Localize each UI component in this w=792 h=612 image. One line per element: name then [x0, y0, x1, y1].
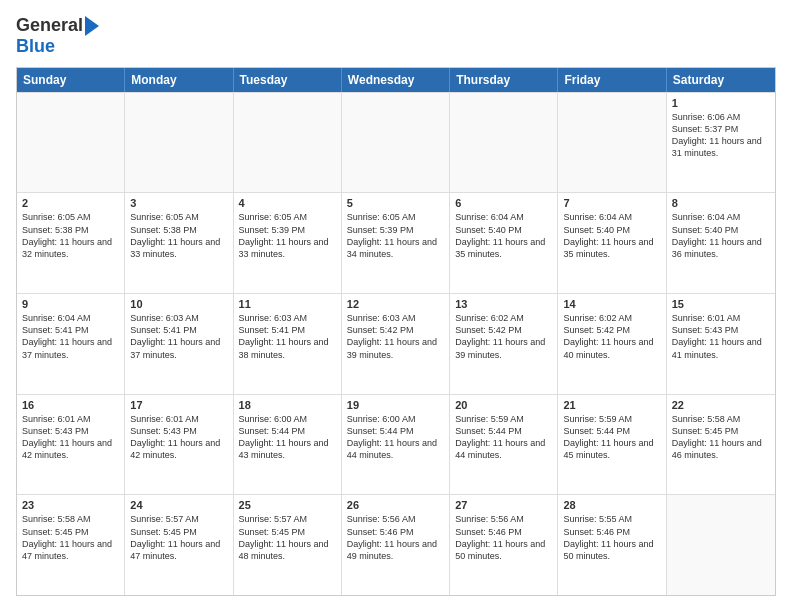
- day-number: 5: [347, 197, 444, 209]
- calendar-day-1: 1Sunrise: 6:06 AM Sunset: 5:37 PM Daylig…: [667, 93, 775, 193]
- logo-arrow-icon: [85, 16, 99, 36]
- day-number: 28: [563, 499, 660, 511]
- calendar-day-17: 17Sunrise: 6:01 AM Sunset: 5:43 PM Dayli…: [125, 395, 233, 495]
- header-day-sunday: Sunday: [17, 68, 125, 92]
- day-info: Sunrise: 5:58 AM Sunset: 5:45 PM Dayligh…: [672, 413, 770, 462]
- day-info: Sunrise: 6:02 AM Sunset: 5:42 PM Dayligh…: [563, 312, 660, 361]
- day-number: 4: [239, 197, 336, 209]
- day-number: 26: [347, 499, 444, 511]
- calendar-day-4: 4Sunrise: 6:05 AM Sunset: 5:39 PM Daylig…: [234, 193, 342, 293]
- header-day-wednesday: Wednesday: [342, 68, 450, 92]
- calendar-day-19: 19Sunrise: 6:00 AM Sunset: 5:44 PM Dayli…: [342, 395, 450, 495]
- page-header: General Blue: [16, 16, 776, 57]
- day-info: Sunrise: 5:57 AM Sunset: 5:45 PM Dayligh…: [239, 513, 336, 562]
- calendar-day-3: 3Sunrise: 6:05 AM Sunset: 5:38 PM Daylig…: [125, 193, 233, 293]
- day-number: 24: [130, 499, 227, 511]
- day-number: 18: [239, 399, 336, 411]
- calendar-empty-cell: [667, 495, 775, 595]
- day-info: Sunrise: 6:03 AM Sunset: 5:41 PM Dayligh…: [130, 312, 227, 361]
- day-number: 22: [672, 399, 770, 411]
- calendar-day-10: 10Sunrise: 6:03 AM Sunset: 5:41 PM Dayli…: [125, 294, 233, 394]
- calendar-day-21: 21Sunrise: 5:59 AM Sunset: 5:44 PM Dayli…: [558, 395, 666, 495]
- day-number: 8: [672, 197, 770, 209]
- day-info: Sunrise: 5:59 AM Sunset: 5:44 PM Dayligh…: [563, 413, 660, 462]
- calendar-day-25: 25Sunrise: 5:57 AM Sunset: 5:45 PM Dayli…: [234, 495, 342, 595]
- day-number: 7: [563, 197, 660, 209]
- calendar-day-15: 15Sunrise: 6:01 AM Sunset: 5:43 PM Dayli…: [667, 294, 775, 394]
- day-number: 2: [22, 197, 119, 209]
- calendar-day-6: 6Sunrise: 6:04 AM Sunset: 5:40 PM Daylig…: [450, 193, 558, 293]
- day-number: 17: [130, 399, 227, 411]
- logo-blue: Blue: [16, 37, 55, 57]
- calendar: SundayMondayTuesdayWednesdayThursdayFrid…: [16, 67, 776, 596]
- header-day-tuesday: Tuesday: [234, 68, 342, 92]
- day-number: 12: [347, 298, 444, 310]
- day-info: Sunrise: 6:01 AM Sunset: 5:43 PM Dayligh…: [672, 312, 770, 361]
- day-info: Sunrise: 6:00 AM Sunset: 5:44 PM Dayligh…: [239, 413, 336, 462]
- day-number: 6: [455, 197, 552, 209]
- calendar-day-23: 23Sunrise: 5:58 AM Sunset: 5:45 PM Dayli…: [17, 495, 125, 595]
- day-number: 23: [22, 499, 119, 511]
- header-day-monday: Monday: [125, 68, 233, 92]
- day-info: Sunrise: 5:55 AM Sunset: 5:46 PM Dayligh…: [563, 513, 660, 562]
- calendar-week-2: 2Sunrise: 6:05 AM Sunset: 5:38 PM Daylig…: [17, 192, 775, 293]
- calendar-day-9: 9Sunrise: 6:04 AM Sunset: 5:41 PM Daylig…: [17, 294, 125, 394]
- calendar-header: SundayMondayTuesdayWednesdayThursdayFrid…: [17, 68, 775, 92]
- day-number: 14: [563, 298, 660, 310]
- day-number: 19: [347, 399, 444, 411]
- day-number: 16: [22, 399, 119, 411]
- calendar-day-2: 2Sunrise: 6:05 AM Sunset: 5:38 PM Daylig…: [17, 193, 125, 293]
- calendar-week-3: 9Sunrise: 6:04 AM Sunset: 5:41 PM Daylig…: [17, 293, 775, 394]
- day-info: Sunrise: 5:56 AM Sunset: 5:46 PM Dayligh…: [455, 513, 552, 562]
- calendar-empty-cell: [558, 93, 666, 193]
- day-info: Sunrise: 6:05 AM Sunset: 5:39 PM Dayligh…: [347, 211, 444, 260]
- day-number: 21: [563, 399, 660, 411]
- calendar-day-7: 7Sunrise: 6:04 AM Sunset: 5:40 PM Daylig…: [558, 193, 666, 293]
- header-day-thursday: Thursday: [450, 68, 558, 92]
- day-number: 15: [672, 298, 770, 310]
- day-info: Sunrise: 6:04 AM Sunset: 5:40 PM Dayligh…: [563, 211, 660, 260]
- calendar-week-5: 23Sunrise: 5:58 AM Sunset: 5:45 PM Dayli…: [17, 494, 775, 595]
- calendar-day-13: 13Sunrise: 6:02 AM Sunset: 5:42 PM Dayli…: [450, 294, 558, 394]
- calendar-empty-cell: [125, 93, 233, 193]
- day-number: 9: [22, 298, 119, 310]
- day-info: Sunrise: 5:59 AM Sunset: 5:44 PM Dayligh…: [455, 413, 552, 462]
- calendar-empty-cell: [17, 93, 125, 193]
- day-info: Sunrise: 6:05 AM Sunset: 5:38 PM Dayligh…: [22, 211, 119, 260]
- calendar-week-4: 16Sunrise: 6:01 AM Sunset: 5:43 PM Dayli…: [17, 394, 775, 495]
- day-info: Sunrise: 6:04 AM Sunset: 5:40 PM Dayligh…: [455, 211, 552, 260]
- logo: General Blue: [16, 16, 99, 57]
- calendar-day-27: 27Sunrise: 5:56 AM Sunset: 5:46 PM Dayli…: [450, 495, 558, 595]
- day-info: Sunrise: 6:02 AM Sunset: 5:42 PM Dayligh…: [455, 312, 552, 361]
- day-info: Sunrise: 5:57 AM Sunset: 5:45 PM Dayligh…: [130, 513, 227, 562]
- calendar-day-20: 20Sunrise: 5:59 AM Sunset: 5:44 PM Dayli…: [450, 395, 558, 495]
- calendar-week-1: 1Sunrise: 6:06 AM Sunset: 5:37 PM Daylig…: [17, 92, 775, 193]
- day-info: Sunrise: 6:03 AM Sunset: 5:42 PM Dayligh…: [347, 312, 444, 361]
- calendar-day-16: 16Sunrise: 6:01 AM Sunset: 5:43 PM Dayli…: [17, 395, 125, 495]
- calendar-day-5: 5Sunrise: 6:05 AM Sunset: 5:39 PM Daylig…: [342, 193, 450, 293]
- calendar-day-14: 14Sunrise: 6:02 AM Sunset: 5:42 PM Dayli…: [558, 294, 666, 394]
- calendar-day-26: 26Sunrise: 5:56 AM Sunset: 5:46 PM Dayli…: [342, 495, 450, 595]
- day-number: 10: [130, 298, 227, 310]
- logo-general: General: [16, 16, 83, 36]
- calendar-empty-cell: [450, 93, 558, 193]
- day-info: Sunrise: 6:05 AM Sunset: 5:39 PM Dayligh…: [239, 211, 336, 260]
- day-info: Sunrise: 6:04 AM Sunset: 5:40 PM Dayligh…: [672, 211, 770, 260]
- header-day-saturday: Saturday: [667, 68, 775, 92]
- day-number: 1: [672, 97, 770, 109]
- day-number: 27: [455, 499, 552, 511]
- day-info: Sunrise: 6:01 AM Sunset: 5:43 PM Dayligh…: [22, 413, 119, 462]
- calendar-empty-cell: [342, 93, 450, 193]
- day-info: Sunrise: 6:06 AM Sunset: 5:37 PM Dayligh…: [672, 111, 770, 160]
- calendar-day-28: 28Sunrise: 5:55 AM Sunset: 5:46 PM Dayli…: [558, 495, 666, 595]
- header-day-friday: Friday: [558, 68, 666, 92]
- day-info: Sunrise: 6:03 AM Sunset: 5:41 PM Dayligh…: [239, 312, 336, 361]
- calendar-body: 1Sunrise: 6:06 AM Sunset: 5:37 PM Daylig…: [17, 92, 775, 595]
- day-info: Sunrise: 6:01 AM Sunset: 5:43 PM Dayligh…: [130, 413, 227, 462]
- day-info: Sunrise: 5:56 AM Sunset: 5:46 PM Dayligh…: [347, 513, 444, 562]
- day-info: Sunrise: 6:05 AM Sunset: 5:38 PM Dayligh…: [130, 211, 227, 260]
- day-number: 13: [455, 298, 552, 310]
- day-info: Sunrise: 5:58 AM Sunset: 5:45 PM Dayligh…: [22, 513, 119, 562]
- day-info: Sunrise: 6:04 AM Sunset: 5:41 PM Dayligh…: [22, 312, 119, 361]
- day-number: 3: [130, 197, 227, 209]
